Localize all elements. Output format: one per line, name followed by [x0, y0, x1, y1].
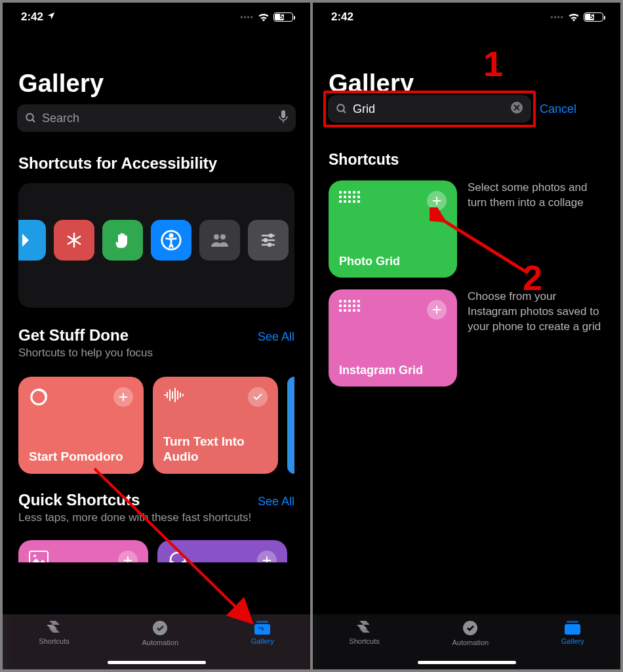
status-time: 2:42 [331, 10, 353, 24]
grid-icon [339, 191, 360, 211]
status-time: 2:42 [21, 10, 43, 24]
tab-automation[interactable]: Automation [452, 620, 489, 646]
add-icon[interactable] [427, 191, 447, 211]
status-bar: 2:42 •••• 53 [313, 3, 620, 32]
svg-point-23 [337, 104, 344, 112]
svg-point-10 [264, 239, 267, 242]
shortcut-card[interactable] [18, 540, 148, 562]
shortcut-card-peek[interactable] [287, 377, 294, 474]
tab-shortcuts[interactable]: Shortcuts [39, 620, 69, 645]
page-title: Gallery [313, 32, 620, 91]
see-all-link[interactable]: See All [258, 495, 294, 509]
battery-icon: 53 [584, 12, 603, 22]
wifi-icon [258, 12, 270, 22]
search-field[interactable] [353, 102, 505, 116]
cancel-button[interactable]: Cancel [540, 102, 576, 116]
shortcut-card-turn-text[interactable]: Turn Text Into Audio [153, 377, 278, 474]
quick-shortcuts-title: Quick Shortcuts [18, 491, 140, 509]
svg-rect-19 [256, 621, 268, 623]
svg-rect-27 [567, 621, 578, 623]
svg-point-12 [268, 243, 271, 246]
clear-icon[interactable] [510, 101, 523, 117]
mic-icon[interactable] [279, 110, 288, 127]
svg-point-18 [153, 621, 167, 635]
svg-rect-2 [281, 110, 285, 118]
results-title: Shortcuts [329, 151, 605, 169]
see-all-link[interactable]: See All [258, 330, 294, 344]
svg-point-21 [258, 627, 260, 628]
phone-screenshot-right: 2:42 •••• 53 Gallery Cancel Shortcuts [313, 3, 620, 669]
card-title: Instagram Grid [339, 364, 447, 377]
add-icon[interactable] [118, 551, 138, 562]
card-title: Start Pomodoro [29, 450, 133, 465]
svg-rect-16 [170, 562, 173, 562]
search-input[interactable] [328, 95, 531, 123]
svg-point-6 [220, 234, 226, 240]
cell-dots-icon: •••• [240, 12, 254, 22]
svg-line-1 [32, 119, 35, 122]
accessibility-banner[interactable] [18, 183, 294, 308]
people-icon [199, 220, 240, 261]
accessibility-section-title: Shortcuts for Accessibility [18, 154, 294, 173]
svg-rect-28 [565, 624, 580, 635]
add-icon[interactable] [113, 387, 133, 407]
svg-rect-14 [30, 551, 48, 562]
sliders-icon [248, 220, 289, 261]
shortcut-card-pomodoro[interactable]: Start Pomodoro [18, 377, 144, 474]
get-stuff-title: Get Stuff Done [18, 326, 129, 345]
svg-point-15 [33, 555, 36, 557]
home-indicator[interactable] [108, 661, 206, 664]
tab-gallery[interactable]: Gallery [251, 620, 274, 645]
wifi-icon [568, 12, 580, 22]
headphones-icon [168, 551, 188, 562]
shortcut-card-photo-grid[interactable]: Photo Grid [329, 180, 457, 278]
annotation-number-2: 2 [523, 257, 542, 298]
check-icon[interactable] [248, 387, 268, 407]
tab-automation[interactable]: Automation [142, 620, 178, 646]
svg-point-4 [170, 234, 172, 237]
svg-rect-17 [182, 562, 186, 562]
hand-icon [102, 220, 143, 261]
svg-point-8 [270, 234, 272, 237]
home-indicator[interactable] [418, 661, 516, 664]
search-input[interactable]: Search [17, 104, 296, 132]
shortcut-card[interactable] [157, 540, 287, 562]
tab-shortcuts[interactable]: Shortcuts [349, 620, 379, 645]
svg-point-0 [26, 114, 33, 121]
asterisk-icon [54, 220, 94, 261]
waveform-icon [163, 387, 186, 406]
svg-line-24 [343, 110, 346, 113]
battery-icon: 53 [273, 12, 293, 22]
add-icon[interactable] [427, 300, 447, 320]
image-icon [29, 551, 49, 562]
get-stuff-subtitle: Shortcuts to help you focus [18, 346, 294, 361]
timer-icon [29, 387, 49, 410]
shortcut-card-instagram-grid[interactable]: Instagram Grid [329, 289, 457, 387]
status-bar: 2:42 •••• 53 [3, 3, 310, 32]
svg-point-26 [463, 621, 477, 635]
accessibility-icon [151, 220, 191, 261]
result-description: Select some photos and turn them into a … [468, 180, 605, 211]
annotation-number-1: 1 [483, 43, 503, 84]
card-title: Turn Text Into Audio [163, 434, 268, 465]
location-icon [47, 10, 56, 24]
quick-shortcuts-subtitle: Less taps, more done with these fast sho… [18, 511, 294, 526]
annotation-highlight [323, 91, 536, 127]
phone-screenshot-left: 2:42 •••• 53 Gallery Search Shortcuts fo… [3, 3, 310, 669]
card-title: Photo Grid [339, 255, 447, 268]
svg-point-5 [214, 234, 219, 240]
page-title: Gallery [3, 32, 310, 104]
app-icon [18, 220, 46, 261]
add-icon[interactable] [257, 551, 277, 562]
cell-dots-icon: •••• [550, 12, 564, 22]
grid-icon [339, 300, 360, 320]
tab-gallery[interactable]: Gallery [561, 620, 584, 645]
search-placeholder: Search [42, 112, 79, 125]
